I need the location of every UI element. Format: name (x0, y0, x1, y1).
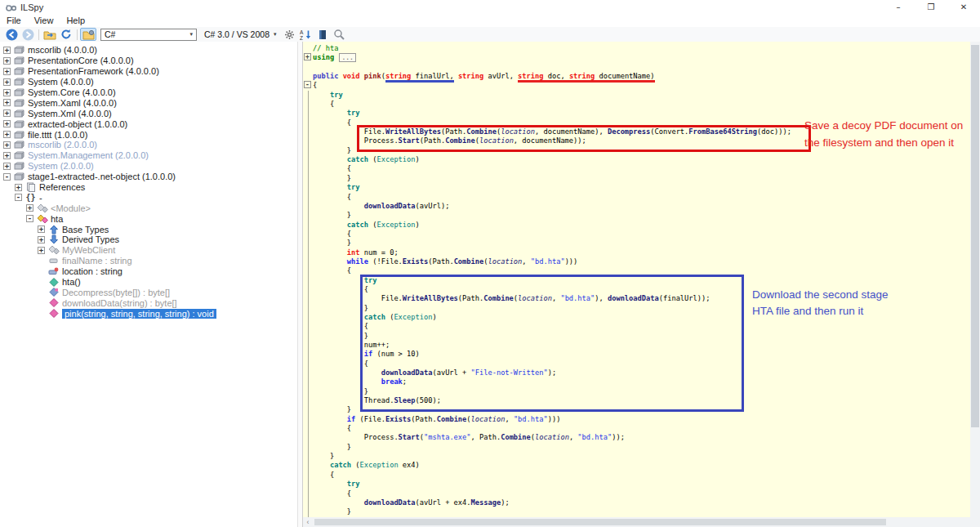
tree-item[interactable]: +System.Xml (4.0.0.0) (0, 108, 297, 118)
fold-marker-icon[interactable]: - (304, 81, 311, 88)
tree-item[interactable]: +System.Xaml (4.0.0.0) (0, 97, 297, 108)
code-token (313, 248, 347, 257)
refresh-icon[interactable] (58, 28, 74, 41)
code-pane[interactable]: // hta+using ...public void pink(string … (303, 42, 970, 517)
menu-item-view[interactable]: View (28, 15, 60, 27)
code-token: File. (313, 294, 403, 302)
tree-item[interactable]: +Derived Types (0, 234, 297, 245)
code-line: } (313, 239, 970, 248)
tree-item[interactable]: pink(string, string, string, string) : v… (0, 308, 297, 319)
scroll-left-arrow-icon[interactable]: ‹ (303, 517, 313, 527)
code-token: (500); (416, 396, 441, 404)
tree-item[interactable]: +file.tttt (1.0.0.0) (0, 129, 297, 140)
sort-az-icon[interactable]: AZ (298, 28, 314, 41)
minimize-button[interactable]: – (882, 0, 915, 15)
horizontal-scrollbar[interactable]: ‹ (303, 517, 970, 527)
tree-item[interactable]: +<Module> (0, 203, 297, 213)
expander-icon[interactable]: + (3, 141, 11, 149)
tree-item[interactable]: location : string (0, 266, 297, 277)
code-token (313, 480, 347, 488)
tree-item[interactable]: +mscorlib (4.0.0.0) (0, 45, 297, 56)
pane-splitter[interactable] (297, 42, 303, 527)
expander-icon[interactable]: + (3, 152, 11, 159)
expander-icon[interactable]: + (3, 78, 11, 86)
tree-item[interactable]: +System (2.0.0.0) (0, 161, 297, 172)
open-list-icon[interactable] (80, 28, 96, 41)
tree-item[interactable]: downloadData(string) : byte[] (0, 297, 297, 308)
tree-item[interactable]: +PresentationFramework (4.0.0.0) (0, 66, 297, 77)
code-token: } (313, 304, 368, 312)
expander-icon[interactable]: + (3, 163, 11, 170)
expander-icon[interactable]: + (3, 89, 11, 96)
chevron-down-icon: ▾ (189, 31, 193, 38)
code-line: { (313, 489, 970, 498)
asm-icon (13, 45, 25, 55)
code-token: Combine (483, 294, 514, 302)
tree-item[interactable]: hta() (0, 277, 297, 288)
close-button[interactable]: ✕ (947, 0, 980, 15)
library-icon[interactable] (314, 28, 331, 41)
expander-icon[interactable]: - (3, 173, 11, 181)
menu-item-file[interactable]: File (0, 15, 28, 27)
back-icon[interactable] (3, 28, 20, 41)
language-combo[interactable]: C#▾ (100, 29, 197, 41)
code-line: Thread.Sleep(500); (313, 396, 970, 405)
expander-icon[interactable]: + (3, 47, 11, 54)
tree-item[interactable]: +extracted-object (1.0.0.0) (0, 118, 297, 129)
open-folder-icon[interactable] (42, 28, 58, 41)
code-token: , (569, 433, 577, 441)
settings-icon[interactable] (282, 28, 298, 41)
code-token: } (313, 332, 368, 340)
expander-icon[interactable]: + (3, 109, 11, 117)
expander-icon[interactable]: - (26, 215, 33, 222)
vertical-scrollbar-thumb[interactable] (971, 45, 979, 427)
code-token: (avUrl); (416, 202, 450, 210)
tree-item[interactable]: -stage1-extracted-.net-object (1.0.0.0) (0, 172, 297, 182)
compiler-combo[interactable]: C# 3.0 / VS 2008▾ (201, 29, 280, 41)
expander-icon[interactable]: + (3, 131, 11, 138)
expander-icon[interactable]: + (3, 99, 11, 106)
forward-icon[interactable] (20, 28, 36, 41)
tree-item[interactable]: -hta (0, 213, 297, 224)
expander-icon[interactable]: + (38, 226, 45, 233)
expander-icon[interactable]: + (26, 204, 33, 212)
tree-item[interactable]: -{}- (0, 192, 297, 203)
tree-item[interactable]: +MyWebClient (0, 245, 297, 256)
vertical-scrollbar[interactable] (970, 42, 980, 527)
tree-item[interactable]: Decompress(byte[]) : byte[] (0, 287, 297, 297)
expander-icon[interactable]: + (3, 57, 11, 65)
code-token: { (313, 266, 351, 275)
tree-item-label: pink(string, string, string, string) : v… (62, 309, 216, 319)
tree-item[interactable]: finalName : string (0, 256, 297, 266)
horizontal-scrollbar-thumb[interactable] (314, 519, 886, 525)
toolbar: C#▾C# 3.0 / VS 2008▾AZ (0, 27, 980, 42)
code-token: Combine (466, 127, 497, 136)
tree-item[interactable]: +System.Core (4.0.0.0) (0, 87, 297, 98)
code-line: num++; (313, 341, 970, 350)
tree-item[interactable]: +Base Types (0, 224, 297, 234)
code-token: Combine (445, 136, 475, 145)
tree-item-label: hta() (62, 277, 81, 287)
asm-icon (13, 98, 25, 108)
tree-item[interactable]: +mscorlib (2.0.0.0) (0, 140, 297, 150)
expander-icon[interactable]: + (38, 247, 45, 254)
tree-item-label: MyWebClient (62, 245, 115, 255)
code-token: // hta (313, 44, 338, 52)
tree-item[interactable]: +System.Management (2.0.0.0) (0, 150, 297, 161)
expander-icon[interactable]: + (3, 120, 11, 127)
expander-icon[interactable]: - (15, 194, 22, 201)
code-token: , (505, 415, 513, 423)
tree-item[interactable]: +System (4.0.0.0) (0, 77, 297, 87)
tree-item[interactable]: +PresentationCore (4.0.0.0) (0, 56, 297, 66)
code-token (313, 498, 364, 507)
expander-icon[interactable]: + (38, 236, 45, 243)
expander-icon[interactable]: + (3, 68, 11, 75)
restore-button[interactable]: ❐ (915, 0, 947, 15)
search-icon[interactable] (331, 28, 347, 41)
fold-marker-icon[interactable]: + (304, 53, 311, 60)
expander-icon[interactable]: + (15, 184, 22, 191)
code-token: } (313, 443, 351, 451)
menu-item-help[interactable]: Help (60, 15, 91, 27)
code-token: { (313, 164, 351, 172)
tree-item[interactable]: +References (0, 182, 297, 193)
